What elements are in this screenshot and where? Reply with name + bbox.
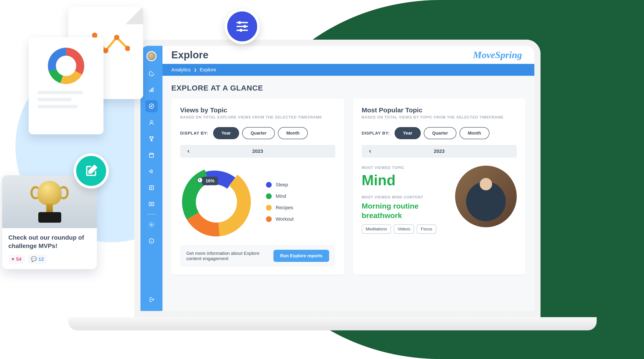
- svg-rect-22: [150, 153, 154, 158]
- sidebar-item-calendar[interactable]: [145, 149, 158, 161]
- run-reports-button[interactable]: Run Explore reports: [274, 250, 329, 262]
- legend-mind-label: Mind: [276, 194, 286, 199]
- logout-icon: [148, 296, 154, 302]
- views-donut-chart[interactable]: 16%: [180, 166, 253, 238]
- display-segment: Year Quarter Month: [213, 127, 308, 139]
- display-by-label-2: DISPLAY BY:: [362, 131, 390, 136]
- sidebar-item-explore[interactable]: [145, 100, 158, 112]
- most-viewed-topic: Mind: [362, 172, 448, 188]
- users-icon: [148, 119, 154, 126]
- svg-marker-20: [151, 106, 152, 107]
- period-label-2: 2023: [434, 148, 444, 154]
- period-prev-2[interactable]: [366, 147, 374, 156]
- info-icon: [148, 238, 154, 244]
- most-viewed-content-label: MOST VIEWED MIND CONTENT: [362, 195, 448, 200]
- seg-quarter[interactable]: Quarter: [242, 127, 275, 139]
- sidebar-item-dashboard[interactable]: [145, 68, 158, 80]
- svg-rect-18: [152, 88, 154, 92]
- svg-point-15: [239, 29, 242, 32]
- sidebar-item-trophy[interactable]: [145, 132, 158, 145]
- explore-icon: [148, 103, 154, 109]
- views-by-topic-card: Views by Topic BASED ON TOTAL EXPLORE VI…: [171, 98, 344, 275]
- tag-focus[interactable]: Focus: [417, 224, 436, 234]
- comment-icon: 💬: [31, 256, 37, 262]
- svg-point-30: [197, 178, 202, 182]
- tag-meditations[interactable]: Meditations: [362, 224, 391, 234]
- svg-point-14: [243, 25, 246, 28]
- donut-tooltip: 16%: [202, 177, 218, 185]
- brand-logo: MoveSpring: [473, 49, 522, 60]
- legend-workout[interactable]: Workout: [266, 216, 294, 222]
- cursor-icon: [197, 177, 203, 183]
- svg-point-2: [103, 48, 108, 53]
- mvp-hearts[interactable]: ♥ 54: [8, 254, 25, 264]
- sidebar-item-analytics[interactable]: [145, 84, 158, 96]
- seg-month[interactable]: Month: [278, 127, 308, 139]
- sidebar-item-library[interactable]: [145, 198, 158, 210]
- display-by-label: DISPLAY BY:: [180, 131, 208, 136]
- mvp-hearts-count: 54: [16, 256, 21, 262]
- dashboard-icon: [148, 70, 154, 77]
- topic-image: [455, 166, 517, 227]
- legend-mind[interactable]: Mind: [266, 194, 294, 199]
- period-prev[interactable]: [184, 147, 193, 156]
- most-viewed-content[interactable]: Morning routine breathwork: [362, 201, 448, 220]
- trophy-icon: [148, 136, 154, 142]
- list-icon: [148, 184, 154, 191]
- sidebar-item-logout[interactable]: [145, 293, 158, 306]
- trophy-icon: [33, 181, 66, 223]
- seg-month-2[interactable]: Month: [460, 127, 490, 139]
- calendar-icon: [148, 152, 154, 158]
- announce-icon: [148, 168, 154, 174]
- breadcrumb-parent[interactable]: Analytics: [171, 67, 191, 73]
- display-segment-2: Year Quarter Month: [394, 127, 490, 139]
- svg-point-3: [114, 35, 119, 40]
- most-popular-card: Most Popular Topic BASED ON TOTAL VIEWS …: [353, 98, 526, 275]
- sidebar-item-info[interactable]: [145, 235, 158, 247]
- legend-recipes-label: Recipes: [276, 205, 293, 210]
- mini-donut-icon: [47, 47, 85, 84]
- legend-sleep[interactable]: Sleep: [266, 182, 294, 188]
- sliders-icon: [234, 19, 250, 34]
- reports-bar: Get more information about Explore conte…: [180, 245, 335, 267]
- content-tags: Meditations Videos Focus: [362, 224, 448, 234]
- chart-legend: Sleep Mind Recipes Workout: [266, 182, 294, 222]
- period-label: 2023: [252, 148, 263, 154]
- svg-point-1: [92, 32, 97, 38]
- legend-sleep-label: Sleep: [276, 182, 288, 188]
- views-card-subtitle: BASED ON TOTAL EXPLORE VIEWS FROM THE SE…: [180, 115, 335, 120]
- legend-recipes[interactable]: Recipes: [266, 205, 294, 210]
- chevron-left-icon: [368, 149, 372, 154]
- breadcrumb: Analytics ❯ Explore: [162, 64, 534, 76]
- heart-icon: ♥: [12, 256, 14, 262]
- tag-videos[interactable]: Videos: [394, 224, 414, 234]
- sidebar-item-settings[interactable]: [145, 218, 158, 231]
- analytics-icon: [148, 87, 154, 93]
- period-nav-2: 2023: [362, 145, 517, 158]
- edit-badge: [74, 153, 109, 188]
- sidebar-divider: [147, 214, 156, 214]
- svg-point-13: [238, 21, 241, 24]
- page-title: Explore: [171, 49, 208, 61]
- avatar[interactable]: [146, 51, 156, 61]
- sidebar-item-list[interactable]: [145, 182, 158, 194]
- breadcrumb-current: Explore: [200, 67, 216, 73]
- popular-card-subtitle: BASED ON TOTAL VIEWS BY TOPIC FROM THE S…: [362, 115, 517, 120]
- page-header: Explore MoveSpring: [162, 46, 534, 64]
- sidebar-item-announce[interactable]: [145, 165, 158, 178]
- svg-point-24: [151, 224, 152, 226]
- seg-quarter-2[interactable]: Quarter: [424, 127, 456, 139]
- seg-year[interactable]: Year: [213, 127, 239, 139]
- mvp-headline: Check out our roundup of challenge MVPs!: [8, 234, 91, 250]
- library-icon: [148, 201, 154, 207]
- svg-point-21: [150, 120, 152, 122]
- edit-icon: [84, 164, 98, 178]
- mvp-comments[interactable]: 💬 12: [28, 254, 47, 264]
- seg-year-2[interactable]: Year: [394, 127, 420, 139]
- mvp-card[interactable]: Check out our roundup of challenge MVPs!…: [2, 175, 97, 269]
- chevron-right-icon: ❯: [194, 68, 196, 72]
- laptop-frame: Explore MoveSpring Analytics ❯ Explore E…: [68, 40, 597, 348]
- svg-rect-17: [151, 88, 152, 92]
- sidebar-item-users[interactable]: [145, 116, 158, 128]
- main-area: Explore MoveSpring Analytics ❯ Explore E…: [162, 46, 534, 311]
